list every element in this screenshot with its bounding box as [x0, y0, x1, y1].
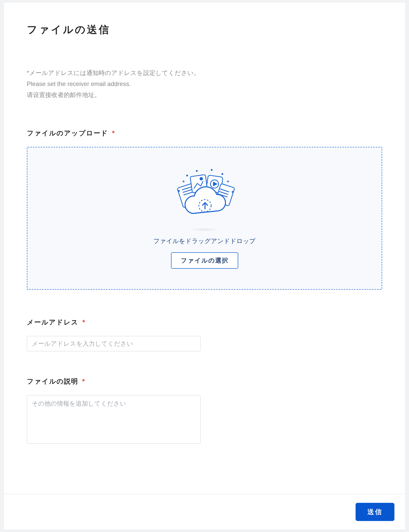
description-field-block: ファイルの説明 * — [27, 377, 382, 445]
submit-button[interactable]: 送信 — [356, 503, 394, 521]
instruction-note: *メールアドレスには通知時のアドレスを設定してください。 Please set … — [27, 67, 382, 101]
file-upload-label: ファイルのアップロード * — [27, 129, 382, 138]
upload-cloud-illustration-icon — [169, 165, 240, 224]
form-content: ファイルの送信 *メールアドレスには通知時のアドレスを設定してください。 Ple… — [4, 3, 405, 522]
svg-point-15 — [211, 169, 212, 170]
email-field-block: メールアドレス * — [27, 318, 382, 351]
illustration-shadow — [189, 228, 220, 231]
file-select-button[interactable]: ファイルの選択 — [171, 252, 238, 269]
file-dropzone[interactable]: ファイルをドラッグアンドドロップ ファイルの選択 — [27, 147, 382, 290]
email-label-text: メールアドレス — [27, 318, 78, 326]
note-line-jp: *メールアドレスには通知時のアドレスを設定してください。 — [27, 67, 382, 78]
description-label-text: ファイルの説明 — [27, 377, 78, 385]
svg-point-18 — [178, 190, 180, 191]
email-label: メールアドレス * — [27, 318, 382, 327]
required-marker: * — [82, 318, 85, 326]
description-label: ファイルの説明 * — [27, 377, 382, 386]
form-card: ファイルの送信 *メールアドレスには通知時のアドレスを設定してください。 Ple… — [4, 3, 405, 530]
required-marker: * — [112, 129, 115, 137]
page-title: ファイルの送信 — [27, 23, 382, 37]
note-line-en: Please set the receiver email address. — [27, 78, 382, 89]
file-upload-field: ファイルのアップロード * — [27, 129, 382, 290]
form-footer: 送信 — [4, 494, 405, 530]
required-marker: * — [82, 377, 85, 385]
svg-point-5 — [200, 177, 203, 180]
svg-point-16 — [222, 173, 223, 175]
description-textarea[interactable] — [27, 395, 201, 444]
svg-point-19 — [232, 191, 233, 192]
svg-point-14 — [196, 170, 198, 171]
svg-point-17 — [187, 175, 188, 176]
dropzone-instruction: ファイルをドラッグアンドドロップ — [38, 237, 371, 245]
note-line-zh: 请设置接收者的邮件地址。 — [27, 89, 382, 100]
email-input[interactable] — [27, 336, 201, 351]
file-upload-label-text: ファイルのアップロード — [27, 129, 108, 137]
